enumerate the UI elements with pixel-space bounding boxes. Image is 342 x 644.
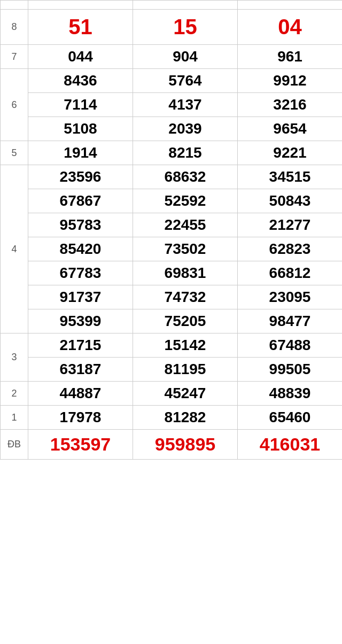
- prize-cell: 73502: [133, 237, 238, 261]
- prize-cell: 23596: [28, 165, 133, 189]
- prize-cell: 7114: [28, 93, 133, 117]
- table-row: 711441373216: [1, 93, 343, 117]
- prize-cell: 81195: [133, 358, 238, 382]
- table-row: 510820399654: [1, 117, 343, 141]
- table-row: 2448874524748839: [1, 382, 343, 406]
- prize-cell: 9654: [238, 117, 343, 141]
- prize-cell: 8436: [28, 69, 133, 93]
- prize-cell: 68632: [133, 165, 238, 189]
- prize-cell: 91737: [28, 285, 133, 309]
- header-g: [1, 1, 28, 10]
- prize-cell: 95399: [28, 309, 133, 333]
- prize-cell: 9221: [238, 141, 343, 165]
- g-label: 2: [1, 382, 28, 406]
- prize-cell: 044: [28, 45, 133, 69]
- prize-cell: 63187: [28, 358, 133, 382]
- prize-cell: 5108: [28, 117, 133, 141]
- prize-cell: 4137: [133, 93, 238, 117]
- g-label: 1: [1, 406, 28, 430]
- prize-cell: 62823: [238, 237, 343, 261]
- prize-cell: 66812: [238, 261, 343, 285]
- prize-cell: 961: [238, 45, 343, 69]
- prize-cell: 74732: [133, 285, 238, 309]
- table-row: 953997520598477: [1, 309, 343, 333]
- prize-cell: 04: [238, 10, 343, 45]
- prize-cell: 21277: [238, 213, 343, 237]
- prize-cell: 75205: [133, 309, 238, 333]
- table-row: 677836983166812: [1, 261, 343, 285]
- prize-cell: 22455: [133, 213, 238, 237]
- prize-cell: 9912: [238, 69, 343, 93]
- prize-cell: 2039: [133, 117, 238, 141]
- prize-cell: 17978: [28, 406, 133, 430]
- prize-cell: 67867: [28, 189, 133, 213]
- table-row: 3217151514267488: [1, 333, 343, 358]
- prize-cell: 44887: [28, 382, 133, 406]
- prize-cell: 959895: [133, 430, 238, 460]
- table-row: 6843657649912: [1, 69, 343, 93]
- table-row: 854207350262823: [1, 237, 343, 261]
- prize-cell: 51: [28, 10, 133, 45]
- prize-cell: 99505: [238, 358, 343, 382]
- table-row: 631878119599505: [1, 358, 343, 382]
- table-row: 1179788128265460: [1, 406, 343, 430]
- prize-cell: 50843: [238, 189, 343, 213]
- prize-cell: 15: [133, 10, 238, 45]
- prize-cell: 21715: [28, 333, 133, 358]
- g-label: 7: [1, 45, 28, 69]
- g-label: ĐB: [1, 430, 28, 460]
- prize-cell: 67488: [238, 333, 343, 358]
- g-label: 5: [1, 141, 28, 165]
- table-row: 8511504: [1, 10, 343, 45]
- prize-cell: 8215: [133, 141, 238, 165]
- prize-cell: 85420: [28, 237, 133, 261]
- table-row: 917377473223095: [1, 285, 343, 309]
- g-label: 3: [1, 333, 28, 382]
- prize-cell: 81282: [133, 406, 238, 430]
- prize-cell: 5764: [133, 69, 238, 93]
- table-row: ĐB153597959895416031: [1, 430, 343, 460]
- table-row: 678675259250843: [1, 189, 343, 213]
- prize-cell: 15142: [133, 333, 238, 358]
- prize-cell: 48839: [238, 382, 343, 406]
- table-row: 4235966863234515: [1, 165, 343, 189]
- table-row: 7044904961: [1, 45, 343, 69]
- prize-cell: 52592: [133, 189, 238, 213]
- prize-cell: 153597: [28, 430, 133, 460]
- g-label: 6: [1, 69, 28, 141]
- prize-cell: 904: [133, 45, 238, 69]
- header-dong-nai[interactable]: [28, 1, 133, 10]
- prize-cell: 45247: [133, 382, 238, 406]
- prize-cell: 95783: [28, 213, 133, 237]
- prize-cell: 3216: [238, 93, 343, 117]
- g-label: 4: [1, 165, 28, 333]
- prize-cell: 34515: [238, 165, 343, 189]
- prize-cell: 98477: [238, 309, 343, 333]
- prize-cell: 23095: [238, 285, 343, 309]
- prize-cell: 1914: [28, 141, 133, 165]
- prize-cell: 67783: [28, 261, 133, 285]
- prize-cell: 69831: [133, 261, 238, 285]
- prize-cell: 416031: [238, 430, 343, 460]
- header-can-tho[interactable]: [133, 1, 238, 10]
- header-soc-trang[interactable]: [238, 1, 343, 10]
- table-row: 5191482159221: [1, 141, 343, 165]
- prize-cell: 65460: [238, 406, 343, 430]
- table-row: 957832245521277: [1, 213, 343, 237]
- g-label: 8: [1, 10, 28, 45]
